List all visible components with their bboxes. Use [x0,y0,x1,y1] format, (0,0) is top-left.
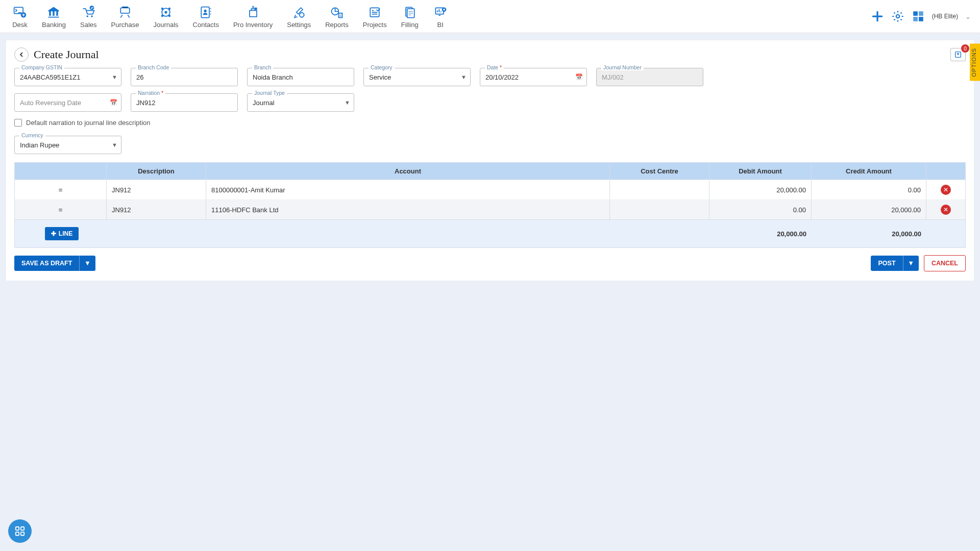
field-journal-number: Journal Number [596,68,703,86]
th-blank [15,163,107,180]
import-button[interactable]: 0 [950,48,966,61]
nav-filling[interactable]: Filling [394,2,426,31]
purchase-icon [117,5,133,20]
nav-label: Contacts [193,21,219,29]
calculator-icon[interactable] [912,10,925,23]
field-journal-type[interactable]: Journal Type ▼ [247,93,354,112]
svg-rect-26 [913,11,918,16]
nav-reports[interactable]: Reports [318,2,356,31]
field-company-gstin[interactable]: Company GSTIN ▼ [14,68,121,86]
svg-rect-28 [913,17,918,21]
nav-label: Pro Inventory [233,21,273,29]
svg-point-10 [161,14,163,16]
field-date[interactable]: Date 📅 [480,68,587,86]
cell-credit[interactable]: 20,000.00 [812,200,926,219]
input[interactable] [131,68,238,86]
company-caret-icon[interactable]: ⌄ [965,13,971,20]
add-line-button[interactable]: ✚ LINE [45,227,79,240]
cell-account[interactable]: 11106-HDFC Bank Ltd [206,200,610,219]
nav-sales[interactable]: Sales [73,2,104,31]
field-category[interactable]: Category ▼ [363,68,471,86]
plus-icon: ✚ [51,230,56,237]
label: Journal Type [252,90,287,96]
nav-banking[interactable]: Banking [35,2,73,31]
cancel-button[interactable]: CANCEL [924,255,966,271]
svg-point-11 [168,14,170,16]
post-split[interactable]: ▼ [903,256,919,271]
label: Company GSTIN [19,64,64,70]
field-branch[interactable]: Branch [247,68,354,86]
save-draft-button[interactable]: SAVE AS DRAFT [14,256,79,271]
table-row[interactable]: ≡ JN912 8100000001-Amit Kumar 20,000.00 … [15,180,965,199]
field-auto-reversing[interactable]: 📅 [14,93,121,112]
drag-handle-icon[interactable]: ≡ [59,186,63,194]
page-title: Create Journal [34,48,99,61]
import-badge: 0 [961,44,969,53]
default-narration-row: Default narration to journal line descri… [14,119,966,127]
table-row[interactable]: ≡ JN912 11106-HDFC Bank Ltd 0.00 20,000.… [15,199,965,219]
save-draft-split[interactable]: ▼ [79,256,95,271]
svg-point-15 [254,7,257,10]
svg-rect-27 [919,11,923,16]
options-tab[interactable]: OPTIONS [970,44,980,81]
drag-handle-icon[interactable]: ≡ [59,206,63,214]
input[interactable] [247,93,354,112]
input[interactable] [14,68,121,86]
plus-icon[interactable] [871,10,884,23]
cell-account[interactable]: 8100000001-Amit Kumar [206,180,610,199]
page-head: Create Journal 0 [14,47,966,62]
svg-rect-5 [120,8,130,13]
post-button[interactable]: POST [871,256,902,271]
nav-proinventory[interactable]: Pro Inventory [226,2,280,31]
th-account: Account [206,163,610,180]
input[interactable] [480,68,587,86]
th-credit: Credit Amount [812,163,926,180]
svg-point-8 [161,7,163,9]
svg-rect-14 [250,10,257,16]
label: Journal Number [601,64,644,70]
nav-label: Reports [325,21,349,29]
label: Branch [252,64,273,70]
company-label: (HB Elite) [932,13,958,20]
cell-description[interactable]: JN912 [107,180,206,199]
field-narration[interactable]: Narration [131,93,238,112]
cell-description[interactable]: JN912 [107,200,206,219]
field-currency[interactable]: Currency ▼ [14,136,121,154]
projects-icon [367,5,382,20]
input[interactable] [131,93,238,112]
nav-projects[interactable]: Projects [356,2,394,31]
nav-desk[interactable]: Desk [5,2,35,31]
settings-icon [291,5,307,20]
cell-costcentre[interactable] [610,200,709,219]
journal-table: Description Account Cost Centre Debit Am… [14,162,966,248]
nav-contacts[interactable]: Contacts [186,2,226,31]
delete-row-button[interactable]: ✕ [941,185,951,195]
nav-settings[interactable]: Settings [280,2,318,31]
field-branch-code[interactable]: Branch Code [131,68,238,86]
cell-credit[interactable]: 0.00 [812,180,926,199]
nav-bi[interactable]: BI [426,2,455,31]
delete-row-button[interactable]: ✕ [941,205,951,215]
svg-point-13 [204,9,207,12]
back-button[interactable] [14,47,29,62]
input[interactable] [14,93,121,112]
input[interactable] [363,68,471,86]
nav-purchase[interactable]: Purchase [104,2,146,31]
default-narration-checkbox[interactable] [14,119,22,127]
nav-right: (HB Elite) ⌄ [871,10,975,23]
th-costcentre: Cost Centre [610,163,709,180]
gear-icon[interactable] [891,10,904,23]
th-debit: Debit Amount [709,163,812,180]
total-debit: 20,000.00 [709,220,812,247]
svg-point-24 [443,9,445,11]
cell-costcentre[interactable] [610,180,709,199]
cell-debit[interactable]: 0.00 [709,200,812,219]
svg-point-16 [300,12,304,17]
svg-point-3 [91,15,93,17]
input[interactable] [14,136,121,154]
cell-debit[interactable]: 20,000.00 [709,180,812,199]
default-narration-label: Default narration to journal line descri… [26,119,151,127]
input [596,68,703,86]
nav-journals[interactable]: Journals [146,2,185,31]
input[interactable] [247,68,354,86]
